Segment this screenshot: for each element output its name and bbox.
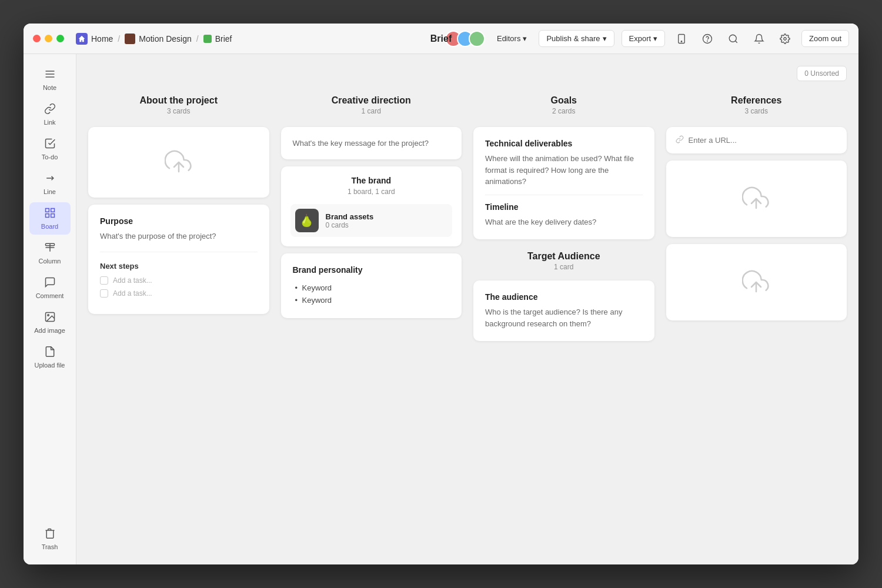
line-icon — [44, 172, 56, 186]
sidebar-item-column[interactable]: Column — [29, 237, 71, 269]
unsorted-badge: 0 Unsorted — [797, 66, 847, 81]
next-steps-section: Next steps Add a task... Add a task... — [100, 252, 258, 298]
column-goals-title: Goals — [478, 95, 650, 106]
sidebar-item-note[interactable]: Note — [29, 64, 71, 96]
task-item-2[interactable]: Add a task... — [100, 289, 258, 298]
sidebar-comment-label: Comment — [36, 292, 64, 299]
svg-rect-10 — [45, 209, 49, 212]
url-link-icon — [676, 135, 684, 145]
ref-upload-card-2[interactable] — [666, 244, 847, 320]
sidebar-item-line[interactable]: Line — [29, 168, 71, 200]
sidebar-link-label: Link — [44, 119, 55, 126]
column-about-subtitle: 3 cards — [93, 107, 265, 115]
column-creative-header: Creative direction 1 card — [281, 91, 462, 120]
technical-text: Where will the animation be used? What f… — [485, 153, 643, 188]
key-message-card: What's the key message for the project? — [281, 127, 462, 159]
sidebar-item-trash[interactable]: Trash — [29, 523, 71, 555]
brand-asset-icon: 🍐 — [295, 209, 319, 232]
device-icon[interactable] — [672, 29, 691, 48]
sidebar-trash-label: Trash — [42, 543, 58, 550]
column-icon — [44, 242, 56, 255]
url-input[interactable] — [689, 136, 838, 145]
brand-board-title: The brand — [290, 176, 453, 185]
breadcrumb-motion[interactable]: Motion Design — [125, 34, 192, 44]
brand-personality-title: Brand personality — [293, 265, 450, 275]
titlebar-right: Editors ▾ Publish & share ▾ Export ▾ — [445, 29, 849, 48]
svg-point-3 — [707, 41, 708, 41]
breadcrumb-home[interactable]: Home — [76, 33, 113, 45]
task-checkbox-1[interactable] — [100, 276, 108, 285]
column-creative: Creative direction 1 card What's the key… — [281, 91, 462, 341]
traffic-lights — [33, 35, 64, 42]
breadcrumb-brief[interactable]: Brief — [203, 34, 232, 44]
svg-rect-11 — [51, 209, 54, 212]
audience-title: The audience — [485, 292, 643, 302]
purpose-text: What's the purpose of the project? — [100, 230, 258, 242]
brand-board-sub: 1 board, 1 card — [290, 188, 453, 196]
sidebar-item-add-image[interactable]: Add image — [29, 306, 71, 339]
link-icon — [44, 103, 56, 116]
add-image-icon — [44, 311, 56, 325]
ref-upload-card-1[interactable] — [666, 161, 847, 237]
publish-share-label: Publish & share — [546, 34, 600, 43]
maximize-button[interactable] — [56, 35, 64, 42]
export-label: Export — [629, 34, 652, 43]
close-button[interactable] — [33, 35, 41, 42]
sidebar-column-label: Column — [39, 258, 61, 265]
sidebar: Note Link To-do Line — [24, 54, 76, 564]
column-references-header: References 3 cards — [666, 91, 847, 120]
search-icon[interactable] — [724, 29, 743, 48]
technical-timeline-card: Technical deliverables Where will the an… — [473, 127, 654, 239]
notifications-icon[interactable] — [750, 29, 769, 48]
about-upload-card[interactable] — [88, 127, 269, 198]
audience-text: Who is the target audience? Is there any… — [485, 306, 643, 329]
task-text-2: Add a task... — [113, 289, 152, 298]
audience-card: The audience Who is the target audience?… — [473, 280, 654, 341]
sidebar-todo-label: To-do — [42, 153, 58, 161]
column-goals-header: Goals 2 cards — [473, 91, 654, 120]
sidebar-item-board[interactable]: Board — [29, 202, 71, 235]
main-layout: Note Link To-do Line — [24, 54, 858, 564]
note-icon — [44, 68, 56, 82]
minimize-button[interactable] — [45, 35, 52, 42]
avatar-3 — [469, 31, 485, 47]
sidebar-note-label: Note — [43, 84, 56, 91]
svg-point-18 — [47, 315, 49, 316]
brand-personality-card: Brand personality Keyword Keyword — [281, 253, 462, 318]
column-references-subtitle: 3 cards — [671, 107, 843, 115]
sidebar-uploadfile-label: Upload file — [35, 362, 65, 369]
sidebar-item-upload-file[interactable]: Upload file — [29, 341, 71, 373]
task-checkbox-2[interactable] — [100, 289, 108, 298]
brand-asset-count: 0 cards — [326, 221, 374, 229]
editors-button[interactable]: Editors ▾ — [492, 32, 532, 45]
column-references: References 3 cards — [666, 91, 847, 341]
zoom-out-label: Zoom out — [809, 34, 841, 43]
sidebar-addimage-label: Add image — [34, 327, 65, 334]
zoom-out-button[interactable]: Zoom out — [801, 30, 849, 47]
help-icon[interactable] — [698, 29, 717, 48]
upload-cloud-icon-1 — [165, 148, 193, 176]
publish-chevron-icon: ▾ — [603, 34, 607, 43]
column-references-title: References — [671, 95, 843, 106]
task-text-1: Add a task... — [113, 276, 152, 285]
breadcrumb-motion-label: Motion Design — [139, 34, 192, 44]
sidebar-item-todo[interactable]: To-do — [29, 133, 71, 165]
comment-icon — [44, 276, 56, 290]
brand-asset-name: Brand assets — [326, 212, 374, 221]
export-button[interactable]: Export ▾ — [622, 30, 666, 47]
todo-icon — [44, 138, 56, 151]
brand-asset-item[interactable]: 🍐 Brand assets 0 cards — [290, 204, 453, 237]
sidebar-item-link[interactable]: Link — [29, 98, 71, 131]
breadcrumb: Home / Motion Design / Brief — [76, 33, 232, 45]
brief-icon — [203, 35, 212, 43]
breadcrumb-brief-label: Brief — [215, 34, 232, 44]
publish-share-button[interactable]: Publish & share ▾ — [539, 30, 614, 47]
columns-grid: About the project 3 cards Purpose — [88, 91, 847, 341]
task-item-1[interactable]: Add a task... — [100, 276, 258, 285]
timeline-text: What are the key delivery dates? — [485, 216, 643, 228]
svg-point-1 — [681, 41, 682, 42]
sidebar-item-comment[interactable]: Comment — [29, 272, 71, 304]
brand-asset-info: Brand assets 0 cards — [326, 212, 374, 229]
settings-icon[interactable] — [776, 29, 794, 48]
url-input-card[interactable] — [666, 127, 847, 153]
